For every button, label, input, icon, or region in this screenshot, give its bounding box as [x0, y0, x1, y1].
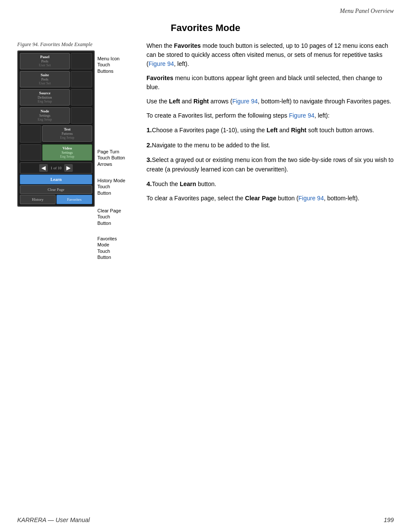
- callout-page-turn: Page TurnTouch ButtonArrows: [97, 149, 125, 167]
- footer-left: KARRERA — User Manual: [17, 516, 90, 523]
- panel-btn-suite-prefs[interactable]: Suite Prefs User Set: [20, 71, 70, 87]
- panel-btn-test-patterns[interactable]: Test Patterns Eng Setup: [42, 125, 92, 142]
- bottom-tabs: History Favorites: [20, 195, 92, 204]
- history-tab[interactable]: History: [20, 195, 56, 204]
- bold-right-1: Right: [193, 98, 209, 105]
- panel-btn-video-settings[interactable]: Video Settings Eng Setup: [42, 144, 92, 161]
- bold-right-2: Right: [291, 127, 306, 134]
- para-3: Use the Left and Right arrows (Figure 94…: [146, 97, 394, 106]
- step-4: 4.Touch the Learn button.: [146, 179, 394, 189]
- link-fig94-1[interactable]: Figure 94: [149, 60, 174, 67]
- footer-right: 199: [384, 516, 394, 523]
- para-1: When the Favorites mode touch button is …: [146, 41, 394, 68]
- page-header: Menu Panel Overview: [0, 0, 411, 15]
- right-column: When the Favorites mode touch button is …: [134, 41, 394, 266]
- step-num-3: 3.: [146, 156, 152, 163]
- callout-history-mode: History ModeTouchButton: [97, 177, 125, 196]
- link-fig94-3[interactable]: Figure 94: [289, 112, 314, 119]
- favorites-tab[interactable]: Favorites: [56, 195, 92, 204]
- bold-favorites-1: Favorites: [174, 42, 201, 49]
- figure-caption: Figure 94. Favorites Mode Example: [17, 41, 134, 48]
- para-4: To create a Favorites list, perform the …: [146, 111, 394, 120]
- step-3: 3.Select a grayed out or existing menu i…: [146, 155, 394, 174]
- callout-menu-icon: Menu IconTouchButtons: [97, 56, 119, 74]
- section-title: Menu Panel Overview: [340, 8, 394, 14]
- bold-favorites-2: Favorites: [146, 75, 173, 81]
- step-2: 2.Navigate to the menu to be added to th…: [146, 140, 394, 150]
- step-num-2: 2.: [146, 141, 152, 149]
- callout-clear-page: Clear PageTouchButton: [97, 208, 121, 226]
- page-next-arrow[interactable]: ▶: [64, 164, 73, 172]
- panel-btn-node-settings[interactable]: Node Settings Eng Setup: [20, 107, 70, 124]
- learn-button[interactable]: Learn: [20, 174, 92, 184]
- bold-left-1: Left: [169, 98, 180, 105]
- para-2: Favorites menu icon buttons appear light…: [146, 74, 394, 92]
- step-1: 1.Choose a Favorites page (1-10), using …: [146, 125, 394, 135]
- link-fig94-2[interactable]: Figure 94: [232, 98, 258, 105]
- bold-clear-page: Clear Page: [245, 195, 276, 202]
- page-footer: KARRERA — User Manual 199: [0, 516, 411, 523]
- bold-left-2: Left: [267, 127, 278, 134]
- step-num-1: 1.: [146, 126, 152, 134]
- panel-btn-source-definition[interactable]: Source Definition Eng Setup: [20, 89, 70, 106]
- callout-favorites-mode: FavoritesModeTouchButton: [97, 236, 117, 260]
- step-num-4: 4.: [146, 180, 152, 187]
- left-column: Figure 94. Favorites Mode Example Panel …: [17, 41, 134, 266]
- page-nav-text: 1 of 10: [50, 166, 62, 170]
- bold-learn: Learn: [180, 180, 196, 187]
- clear-page-button[interactable]: Clear Page: [20, 185, 92, 194]
- para-5: To clear a Favorites page, select the Cl…: [146, 194, 394, 203]
- page-nav-row: ◀ 1 of 10 ▶: [20, 162, 92, 174]
- page-prev-arrow[interactable]: ◀: [39, 164, 48, 172]
- page-title: Favorites Mode: [0, 22, 411, 34]
- callouts: Menu IconTouchButtons Page TurnTouch But…: [97, 50, 132, 266]
- panel-btn-panel-prefs[interactable]: Panel Prefs User Set: [20, 53, 70, 69]
- content-area: Figure 94. Favorites Mode Example Panel …: [0, 41, 411, 266]
- link-fig94-4[interactable]: Figure 94: [299, 195, 324, 202]
- panel-ui: Panel Prefs User Set Suite Prefs: [17, 50, 95, 207]
